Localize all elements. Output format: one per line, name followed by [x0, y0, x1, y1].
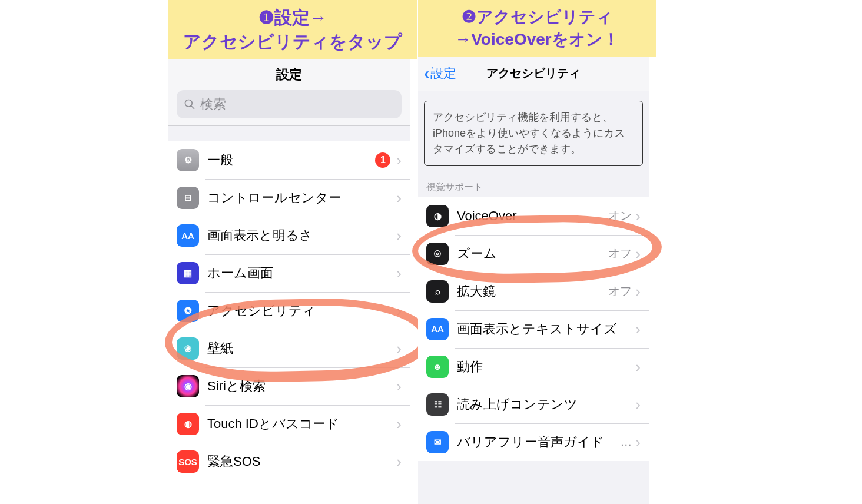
- wall-icon: ❀: [177, 337, 199, 360]
- chevron-right-icon: ›: [396, 152, 402, 168]
- settings-row-sos[interactable]: SOS緊急SOS›: [168, 443, 410, 480]
- chevron-right-icon: ›: [635, 435, 641, 450]
- home-icon: ▦: [177, 262, 199, 284]
- search-input[interactable]: 検索: [177, 90, 402, 118]
- settings-row-access[interactable]: ✪アクセシビリティ›: [168, 292, 410, 330]
- row-label: 動作: [457, 358, 635, 376]
- general-icon: ⚙︎: [177, 149, 199, 171]
- instruction-panel-2: ❷アクセシビリティ →VoiceOverをオン！ ‹ 設定 アクセシビリティ ア…: [412, 0, 862, 504]
- row-label: 緊急SOS: [207, 453, 396, 470]
- row-label: バリアフリー音声ガイド: [457, 433, 620, 451]
- page-title: 設定: [168, 59, 410, 90]
- text-icon: AA: [426, 318, 449, 340]
- settings-row-general[interactable]: ⚙︎一般1›: [168, 141, 410, 179]
- settings-row-touch[interactable]: ◍Touch IDとパスコード›: [168, 405, 410, 443]
- accessibility-header: ‹ 設定 アクセシビリティ: [418, 57, 649, 91]
- svg-line-1: [191, 106, 194, 109]
- banner-step-1: ❶設定→ アクセシビリティをタップ: [168, 0, 417, 59]
- banner-line: ❶設定→: [172, 6, 413, 30]
- chevron-right-icon: ›: [396, 266, 402, 281]
- chevron-right-icon: ›: [396, 341, 402, 356]
- banner-step-2: ❷アクセシビリティ →VoiceOverをオン！: [418, 0, 656, 57]
- banner-line: →VoiceOverをオン！: [422, 28, 652, 51]
- row-label: Touch IDとパスコード: [207, 415, 396, 433]
- row-label: 読み上げコンテンツ: [457, 396, 635, 413]
- instruction-panel-1: ❶設定→ アクセシビリティをタップ 設定 検索 ⚙︎一般1›⊟コントロールセンタ…: [0, 0, 412, 504]
- motion-icon: ☻: [426, 356, 449, 378]
- row-value: オン: [608, 208, 632, 224]
- display-icon: AA: [177, 224, 199, 247]
- chevron-right-icon: ›: [396, 190, 402, 205]
- row-label: 画面表示とテキストサイズ: [457, 320, 635, 338]
- row-label: 画面表示と明るさ: [207, 227, 396, 244]
- banner-line: アクセシビリティをタップ: [172, 30, 413, 54]
- chevron-right-icon: ›: [396, 379, 402, 394]
- row-value: …: [620, 435, 632, 449]
- search-placeholder: 検索: [200, 95, 226, 113]
- settings-row-display[interactable]: AA画面表示と明るさ›: [168, 217, 410, 254]
- chevron-right-icon: ›: [396, 416, 402, 432]
- row-label: Siriと検索: [207, 377, 396, 395]
- settings-header: 設定 検索: [168, 59, 410, 126]
- row-value: オフ: [608, 283, 632, 299]
- chevron-right-icon: ›: [635, 359, 641, 374]
- accessibility-screen: ‹ 設定 アクセシビリティ アクセシビリティ機能を利用すると、iPhoneをより…: [418, 57, 649, 504]
- row-label: ホーム画面: [207, 264, 396, 282]
- row-label: 一般: [207, 151, 375, 169]
- row-label: コントロールセンター: [207, 189, 396, 207]
- chevron-left-icon: ‹: [424, 65, 429, 82]
- row-label: 拡大鏡: [457, 283, 608, 300]
- chevron-right-icon: ›: [635, 397, 641, 412]
- chevron-right-icon: ›: [635, 246, 641, 261]
- accessibility-row-audio[interactable]: ✉︎バリアフリー音声ガイド…›: [418, 423, 649, 461]
- siri-icon: ◉: [177, 375, 199, 397]
- chevron-right-icon: ›: [396, 228, 402, 243]
- row-label: ズーム: [457, 245, 608, 263]
- settings-row-control[interactable]: ⊟コントロールセンター›: [168, 179, 410, 217]
- settings-screen: 設定 検索 ⚙︎一般1›⊟コントロールセンター›AA画面表示と明るさ›▦ホーム画…: [168, 59, 410, 504]
- back-label: 設定: [430, 65, 456, 82]
- sos-icon: SOS: [177, 450, 199, 473]
- back-button[interactable]: ‹ 設定: [424, 65, 456, 82]
- row-value: オフ: [608, 246, 632, 261]
- accessibility-row-vo[interactable]: ◑VoiceOverオン›: [418, 197, 649, 235]
- accessibility-row-speech[interactable]: ☷読み上げコンテンツ›: [418, 386, 649, 423]
- accessibility-row-text[interactable]: AA画面表示とテキストサイズ›: [418, 310, 649, 348]
- settings-row-wall[interactable]: ❀壁紙›: [168, 330, 410, 367]
- zoom-icon: ⦾: [426, 243, 449, 265]
- accessibility-row-zoom[interactable]: ⦾ズームオフ›: [418, 235, 649, 273]
- accessibility-row-motion[interactable]: ☻動作›: [418, 348, 649, 386]
- touch-icon: ◍: [177, 413, 199, 435]
- search-icon: [184, 98, 195, 110]
- banner-line: ❷アクセシビリティ: [422, 6, 652, 28]
- settings-row-home[interactable]: ▦ホーム画面›: [168, 254, 410, 292]
- settings-list: ⚙︎一般1›⊟コントロールセンター›AA画面表示と明るさ›▦ホーム画面›✪アクセ…: [168, 141, 410, 480]
- access-icon: ✪: [177, 300, 199, 322]
- chevron-right-icon: ›: [635, 284, 641, 299]
- accessibility-note: アクセシビリティ機能を利用すると、iPhoneをより使いやすくなるようにカスタマ…: [424, 101, 643, 166]
- section-header-visual: 視覚サポート: [418, 166, 649, 197]
- magn-icon: ⌕: [426, 280, 449, 303]
- vo-icon: ◑: [426, 205, 449, 227]
- control-icon: ⊟: [177, 187, 199, 209]
- speech-icon: ☷: [426, 393, 449, 416]
- settings-row-siri[interactable]: ◉Siriと検索›: [168, 367, 410, 405]
- chevron-right-icon: ›: [396, 303, 402, 319]
- audio-icon: ✉︎: [426, 431, 449, 453]
- chevron-right-icon: ›: [635, 208, 641, 224]
- notification-badge: 1: [375, 152, 390, 168]
- chevron-right-icon: ›: [396, 454, 402, 469]
- row-label: VoiceOver: [457, 208, 608, 224]
- chevron-right-icon: ›: [635, 321, 641, 337]
- row-label: アクセシビリティ: [207, 302, 396, 320]
- accessibility-list: ◑VoiceOverオン›⦾ズームオフ›⌕拡大鏡オフ›AA画面表示とテキストサイ…: [418, 197, 649, 461]
- accessibility-row-magn[interactable]: ⌕拡大鏡オフ›: [418, 273, 649, 310]
- row-label: 壁紙: [207, 340, 396, 357]
